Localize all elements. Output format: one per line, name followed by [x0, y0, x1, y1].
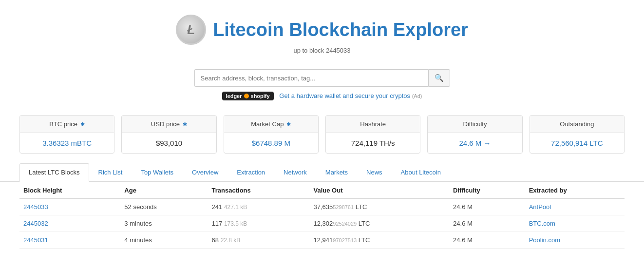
- block-link-1[interactable]: 2445032: [23, 220, 48, 227]
- tx-size: 173.5 kB: [224, 220, 247, 227]
- toggle-icon: [244, 94, 249, 98]
- col-block-height: Block Height: [19, 182, 120, 198]
- stat-value-5[interactable]: 72,560,914 LTC: [530, 133, 624, 153]
- col-value-out: Value Out: [310, 182, 450, 198]
- ad-badge-label: shopify: [251, 93, 270, 99]
- tab-extraction[interactable]: Extraction: [227, 163, 274, 181]
- ad-badge: ledger shopify: [222, 92, 274, 100]
- tx-size: 427.1 kB: [224, 204, 247, 211]
- tab-news[interactable]: News: [357, 163, 392, 181]
- blocks-table: Block HeightAgeTransactionsValue OutDiff…: [19, 182, 625, 249]
- stat-card-3: Hashrate724,119 TH/s: [325, 115, 420, 154]
- ad-link[interactable]: Get a hardware wallet and secure your cr…: [279, 92, 410, 99]
- tabs-section: Latest LTC BlocksRich ListTop WalletsOve…: [0, 163, 644, 182]
- tab-about-litecoin[interactable]: About Litecoin: [392, 163, 450, 181]
- stats-row: BTC price ✱3.36323 mBTCUSD price ✱$93,01…: [0, 110, 644, 163]
- age-2: 4 minutes: [120, 232, 208, 249]
- block-link-0[interactable]: 2445033: [23, 203, 48, 211]
- col-difficulty: Difficulty: [449, 182, 525, 198]
- stat-label-0: BTC price ✱: [20, 116, 114, 133]
- stat-card-2: Market Cap ✱$6748.89 M: [224, 115, 319, 154]
- difficulty-2: 24.6 M: [449, 232, 525, 249]
- tx-size: 22.8 kB: [221, 237, 241, 244]
- stat-value-2[interactable]: $6748.89 M: [224, 133, 318, 153]
- stat-card-5: Outstanding72,560,914 LTC: [530, 115, 625, 154]
- info-icon[interactable]: ✱: [181, 121, 187, 127]
- info-icon[interactable]: ✱: [79, 121, 85, 127]
- stat-value-3: 724,119 TH/s: [326, 133, 420, 153]
- extractor-link-2[interactable]: Poolin.com: [529, 236, 560, 244]
- tx-1: 117 173.5 kB: [208, 215, 310, 232]
- table-row: 24450314 minutes68 22.8 kB12,94197027513…: [19, 232, 625, 249]
- table-section: Block HeightAgeTransactionsValue OutDiff…: [0, 182, 644, 263]
- tab-markets[interactable]: Markets: [316, 163, 357, 181]
- stat-label-4: Difficulty: [428, 116, 522, 133]
- stat-label-2: Market Cap ✱: [224, 116, 318, 133]
- value-2: 12,94197027513 LTC: [310, 232, 450, 249]
- search-button[interactable]: 🔍: [428, 69, 450, 87]
- ad-banner: ledger shopify Get a hardware wallet and…: [0, 92, 644, 100]
- table-row: 24450323 minutes117 173.5 kB12,302925240…: [19, 215, 625, 232]
- difficulty-1: 24.6 M: [449, 215, 525, 232]
- stat-value-1: $93,010: [122, 133, 216, 153]
- search-icon: 🔍: [435, 74, 444, 82]
- age-1: 3 minutes: [120, 215, 208, 232]
- search-input[interactable]: [194, 69, 428, 87]
- tab-overview[interactable]: Overview: [183, 163, 227, 181]
- search-bar: 🔍: [0, 69, 644, 87]
- col-age: Age: [120, 182, 208, 198]
- tx-2: 68 22.8 kB: [208, 232, 310, 249]
- extractor-link-0[interactable]: AntPool: [529, 203, 551, 211]
- tab-network[interactable]: Network: [274, 163, 316, 181]
- age-0: 52 seconds: [120, 198, 208, 215]
- difficulty-0: 24.6 M: [449, 198, 525, 215]
- block-link-2[interactable]: 2445031: [23, 236, 48, 244]
- col-transactions: Transactions: [208, 182, 310, 198]
- ad-badge-text: ledger: [226, 93, 242, 99]
- table-header-row: Block HeightAgeTransactionsValue OutDiff…: [19, 182, 625, 198]
- value-1: 12,30292524029 LTC: [310, 215, 450, 232]
- info-icon[interactable]: ✱: [285, 121, 291, 127]
- stat-value-4[interactable]: 24.6 M →: [428, 133, 522, 153]
- col-extracted-by: Extracted by: [525, 182, 625, 198]
- tab-rich-list[interactable]: Rich List: [89, 163, 132, 181]
- logo: Ł: [176, 15, 206, 45]
- value-0: 37,6355298761 LTC: [310, 198, 450, 215]
- stat-label-5: Outstanding: [530, 116, 624, 133]
- block-subtitle: up to block 2445033: [10, 47, 634, 54]
- stat-card-4: Difficulty24.6 M →: [427, 115, 522, 154]
- stat-card-0: BTC price ✱3.36323 mBTC: [19, 115, 114, 154]
- extractor-link-1[interactable]: BTC.com: [529, 220, 555, 227]
- stat-label-3: Hashrate: [326, 116, 420, 133]
- tab-top-wallets[interactable]: Top Wallets: [132, 163, 183, 181]
- stat-label-1: USD price ✱: [122, 116, 216, 133]
- header: Ł Litecoin Blockchain Explorer up to blo…: [0, 0, 644, 61]
- arrow-right-icon: →: [481, 139, 491, 147]
- tabs: Latest LTC BlocksRich ListTop WalletsOve…: [19, 163, 625, 181]
- table-row: 244503352 seconds241 427.1 kB37,63552987…: [19, 198, 625, 215]
- page-title: Litecoin Blockchain Explorer: [213, 19, 468, 40]
- stat-card-1: USD price ✱$93,010: [121, 115, 216, 154]
- tx-0: 241 427.1 kB: [208, 198, 310, 215]
- ad-label: (Ad): [412, 93, 422, 99]
- stat-value-0[interactable]: 3.36323 mBTC: [20, 133, 114, 153]
- tab-latest-ltc-blocks[interactable]: Latest LTC Blocks: [19, 163, 89, 182]
